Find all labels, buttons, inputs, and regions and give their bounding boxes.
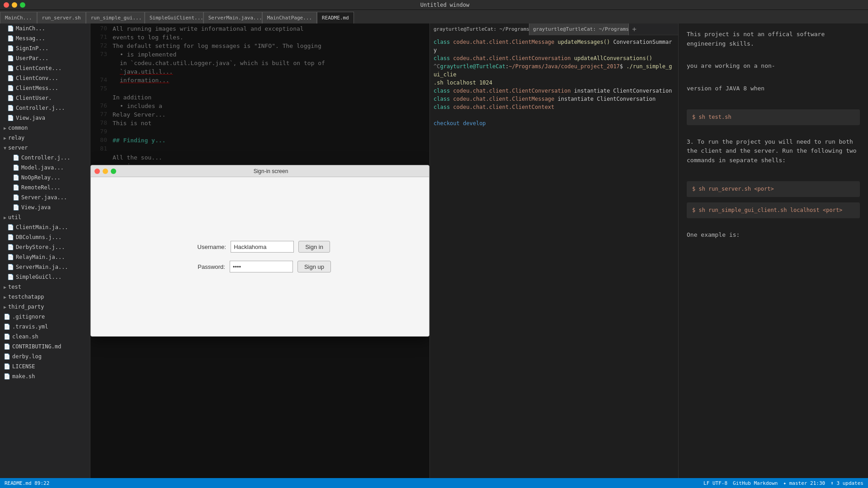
sidebar-item-server-java[interactable]: 📄 Server.java... xyxy=(0,192,90,202)
dialog-min-btn[interactable] xyxy=(103,169,108,174)
status-updates: ⬆ 3 updates xyxy=(830,480,863,486)
terminal-content: class codeu.chat.client.ClientMessage up… xyxy=(430,35,678,478)
file-icon: 📄 xyxy=(7,85,14,91)
sidebar-item-messag[interactable]: 📄 Messag... xyxy=(0,33,90,43)
file-icon: 📄 xyxy=(4,333,10,340)
status-right: LF UTF-8 GitHub Markdown ✦ master 21:30 … xyxy=(703,480,863,486)
signin-button[interactable]: Sign in xyxy=(298,241,330,253)
status-bar: README.md 89:22 LF UTF-8 GitHub Markdown… xyxy=(0,478,868,488)
term-line-2: class codeu.chat.client.ClientConversati… xyxy=(434,54,675,62)
password-input[interactable] xyxy=(230,261,293,272)
sidebar-item-relaymain[interactable]: 📄 RelayMain.ja... xyxy=(0,252,90,262)
sidebar-item-simplegui[interactable]: 📄 SimpleGuiCl... xyxy=(0,272,90,282)
sidebar-item-controller[interactable]: 📄 Controller.j... xyxy=(0,103,90,113)
dialog-close-btn[interactable] xyxy=(94,169,100,174)
term-line-7: class codeu.chat.client.ClientContext xyxy=(434,103,675,111)
file-icon: 📄 xyxy=(7,224,14,230)
tab-servermain[interactable]: ServerMain.java... xyxy=(203,12,262,23)
file-icon: 📄 xyxy=(7,264,14,270)
file-explorer: 📄 MainCh... 📄 Messag... 📄 SignInP... 📄 U… xyxy=(0,23,90,478)
tab-runsimple[interactable]: run_simple_gui... xyxy=(86,12,145,23)
minimize-btn[interactable] xyxy=(12,2,17,8)
file-icon: 📄 xyxy=(13,155,19,161)
folder-collapsed-icon: ▶ xyxy=(4,285,6,290)
sidebar-item-common[interactable]: ▶ common xyxy=(0,123,90,133)
sidebar-item-clientmess[interactable]: 📄 ClientMess... xyxy=(0,83,90,93)
folder-collapsed-icon: ▶ xyxy=(4,126,6,131)
file-icon: 📄 xyxy=(7,234,14,240)
sidebar-item-license[interactable]: 📄 LICENSE xyxy=(0,361,90,371)
folder-collapsed-icon: ▶ xyxy=(4,136,6,141)
window-controls[interactable] xyxy=(4,2,25,8)
status-encoding: LF UTF-8 xyxy=(703,480,727,486)
readme-example-text: One example is: xyxy=(687,230,860,240)
sidebar-item-clientmain[interactable]: 📄 ClientMain.ja... xyxy=(0,222,90,232)
sidebar-item-clientuser[interactable]: 📄 ClientUser. xyxy=(0,93,90,103)
status-branch: ✦ master 21:30 xyxy=(783,480,825,486)
file-icon: 📄 xyxy=(13,174,19,181)
tab-runserver[interactable]: run_server.sh xyxy=(37,12,86,23)
sidebar-item-derbylog[interactable]: 📄 derby.log xyxy=(0,352,90,361)
file-icon: 📄 xyxy=(4,373,10,380)
sidebar-item-clientconte[interactable]: 📄 ClientConte... xyxy=(0,63,90,73)
dialog-max-btn[interactable] xyxy=(111,169,116,174)
sidebar-item-util[interactable]: ▶ util xyxy=(0,212,90,222)
signup-button[interactable]: Sign up xyxy=(297,261,331,272)
sidebar-item-noopRelay[interactable]: 📄 NoOpRelay... xyxy=(0,173,90,183)
username-input[interactable] xyxy=(231,241,294,253)
term-line-1: class codeu.chat.client.ClientMessage up… xyxy=(434,38,675,54)
close-btn[interactable] xyxy=(4,2,9,8)
file-icon: 📄 xyxy=(7,105,14,111)
sidebar-item-dbcolumns[interactable]: 📄 DBColumns.j... xyxy=(0,232,90,242)
sidebar-item-server-model[interactable]: 📄 Model.java... xyxy=(0,163,90,173)
terminal-tab-2[interactable]: grayturtle@TurtleCat: ~/Programs/Java/c.… xyxy=(529,23,629,35)
terminal-tab-1[interactable]: grayturtle@TurtleCat: ~/Programs/Java/c.… xyxy=(430,23,529,35)
readme-preview-pane: This project is not an offical software … xyxy=(678,23,868,478)
dialog-controls[interactable] xyxy=(94,169,116,174)
tab-mainch[interactable]: MainCh... xyxy=(0,12,37,23)
tab-readme[interactable]: README.md xyxy=(317,12,354,23)
dialog-body: Username: Sign in Password: Sign up xyxy=(91,177,429,336)
term-line-4: .sh localhost 1024 xyxy=(434,79,675,87)
sidebar-item-relay[interactable]: ▶ relay xyxy=(0,133,90,143)
sidebar-item-view[interactable]: 📄 View.java xyxy=(0,113,90,123)
sidebar-item-server-controller[interactable]: 📄 Controller.j... xyxy=(0,153,90,163)
sidebar-item-userpar[interactable]: 📄 UserPar... xyxy=(0,53,90,63)
sidebar-item-make[interactable]: 📄 make.sh xyxy=(0,371,90,381)
sidebar-item-clientconv[interactable]: 📄 ClientConv... xyxy=(0,73,90,83)
sidebar-item-test[interactable]: ▶ test xyxy=(0,282,90,292)
file-icon: 📄 xyxy=(7,55,14,61)
tab-simplegui[interactable]: SimpleGuiClient... xyxy=(145,12,203,23)
file-icon: 📄 xyxy=(7,65,14,71)
sidebar-item-clean[interactable]: 📄 clean.sh xyxy=(0,332,90,342)
sidebar-item-servermain[interactable]: 📄 ServerMain.ja... xyxy=(0,262,90,272)
terminal-add-tab-btn[interactable]: + xyxy=(629,24,640,35)
readme-text-2: you are working on a non- xyxy=(687,61,860,71)
readme-text-1: This project is not an offical software … xyxy=(687,30,860,49)
sidebar-item-remoteRel[interactable]: 📄 RemoteRel... xyxy=(0,183,90,192)
sidebar-item-server-view[interactable]: 📄 View.java xyxy=(0,202,90,212)
sidebar-item-derbystore[interactable]: 📄 DerbyStore.j... xyxy=(0,242,90,252)
sidebar-item-travis[interactable]: 📄 .travis.yml xyxy=(0,322,90,332)
file-icon: 📄 xyxy=(4,324,10,330)
dialog-title-text: Sign-in screen xyxy=(116,168,425,174)
tab-mainchat[interactable]: MainChatPage... xyxy=(262,12,317,23)
folder-collapsed-icon: ▶ xyxy=(4,305,6,310)
sidebar-item-signinp[interactable]: 📄 SignInP... xyxy=(0,43,90,53)
sidebar-item-thirdparty[interactable]: ▶ third_party xyxy=(0,302,90,312)
file-icon: 📄 xyxy=(7,244,14,250)
sidebar-item-gitignore[interactable]: 📄 .gitignore xyxy=(0,312,90,322)
term-branch-line: checkout develop xyxy=(434,119,675,127)
term-line-5: class codeu.chat.client.ClientConversati… xyxy=(434,87,675,95)
sidebar-item-contributing[interactable]: 📄 CONTRIBUTING.md xyxy=(0,342,90,352)
maximize-btn[interactable] xyxy=(20,2,25,8)
password-row: Password: Sign up xyxy=(189,261,331,272)
sidebar-item-testchatapp[interactable]: ▶ testchatapp xyxy=(0,292,90,302)
file-icon: 📄 xyxy=(7,115,14,121)
sidebar-item-server[interactable]: ▼ server xyxy=(0,143,90,153)
sidebar-item-mainch[interactable]: 📄 MainCh... xyxy=(0,23,90,33)
status-file-info: README.md 89:22 xyxy=(5,480,49,486)
status-language: GitHub Markdown xyxy=(733,480,778,486)
terminal-tab-bar: grayturtle@TurtleCat: ~/Programs/Java/c.… xyxy=(430,23,678,35)
file-icon: 📄 xyxy=(7,25,14,32)
